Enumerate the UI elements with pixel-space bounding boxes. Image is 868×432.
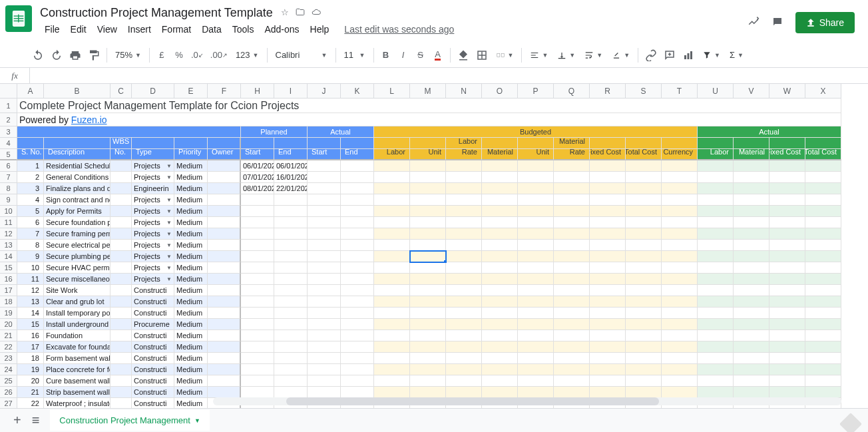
data-cell[interactable] bbox=[308, 319, 341, 330]
data-cell[interactable] bbox=[341, 330, 374, 341]
data-cell[interactable] bbox=[241, 217, 274, 228]
column-header-label[interactable]: End bbox=[274, 149, 308, 160]
sheet-title[interactable]: Complete Project Management Template for… bbox=[17, 99, 841, 113]
data-cell[interactable] bbox=[698, 341, 734, 353]
data-cell[interactable] bbox=[208, 206, 241, 217]
data-cell[interactable] bbox=[518, 341, 554, 353]
column-header-label[interactable]: End bbox=[341, 149, 374, 160]
last-edit-link[interactable]: Last edit was seconds ago bbox=[344, 24, 454, 35]
data-cell[interactable]: Constructi▼ bbox=[132, 353, 174, 364]
data-cell[interactable] bbox=[554, 308, 590, 319]
data-cell[interactable] bbox=[698, 375, 734, 387]
data-cell[interactable]: 8 bbox=[17, 240, 44, 251]
data-cell[interactable] bbox=[590, 330, 626, 341]
column-header-upper[interactable] bbox=[698, 138, 734, 149]
column-header-label[interactable]: Fixed Cost bbox=[769, 149, 805, 160]
data-cell[interactable]: 13 bbox=[17, 296, 44, 308]
data-cell[interactable] bbox=[698, 296, 734, 308]
data-cell[interactable] bbox=[208, 262, 241, 274]
row-header[interactable]: 1 bbox=[0, 99, 17, 113]
data-cell[interactable] bbox=[554, 274, 590, 285]
data-cell[interactable] bbox=[518, 183, 554, 194]
text-color-icon[interactable]: A bbox=[430, 47, 446, 63]
data-cell[interactable] bbox=[554, 160, 590, 172]
document-title[interactable]: Construction Project Management Template bbox=[40, 6, 273, 20]
data-cell[interactable] bbox=[208, 341, 241, 353]
column-header-label[interactable]: Type bbox=[132, 149, 174, 160]
data-cell[interactable] bbox=[662, 251, 698, 262]
column-header[interactable]: P bbox=[518, 84, 554, 99]
group-header-planned[interactable]: Planned bbox=[241, 126, 308, 138]
data-cell[interactable]: Procureme▼ bbox=[132, 319, 174, 330]
data-cell[interactable] bbox=[446, 285, 482, 296]
data-cell[interactable] bbox=[734, 228, 769, 240]
data-cell[interactable]: Projects▼ bbox=[132, 262, 174, 274]
data-cell[interactable]: Secure foundation per bbox=[44, 217, 110, 228]
data-cell[interactable] bbox=[410, 228, 446, 240]
fill-color-icon[interactable] bbox=[455, 47, 472, 64]
data-cell[interactable] bbox=[241, 251, 274, 262]
data-cell[interactable] bbox=[734, 319, 769, 330]
data-cell[interactable] bbox=[518, 228, 554, 240]
data-cell[interactable] bbox=[308, 251, 341, 262]
data-cell[interactable] bbox=[482, 160, 518, 172]
row-header[interactable]: 26 bbox=[0, 387, 17, 398]
data-cell[interactable] bbox=[482, 251, 518, 262]
data-cell[interactable]: 11 bbox=[17, 274, 44, 285]
column-header-upper[interactable] bbox=[241, 138, 274, 149]
data-cell[interactable] bbox=[734, 194, 769, 206]
data-cell[interactable] bbox=[626, 375, 662, 387]
data-cell[interactable] bbox=[208, 387, 241, 398]
data-cell[interactable] bbox=[626, 262, 662, 274]
data-cell[interactable] bbox=[734, 308, 769, 319]
data-cell[interactable]: Constructi▼ bbox=[132, 330, 174, 341]
data-cell[interactable] bbox=[482, 330, 518, 341]
data-cell[interactable] bbox=[374, 206, 410, 217]
print-icon[interactable] bbox=[67, 47, 84, 64]
zoom-dropdown[interactable]: 75%▼ bbox=[111, 49, 145, 61]
data-cell[interactable] bbox=[734, 183, 769, 194]
row-header[interactable]: 20 bbox=[0, 319, 17, 330]
column-header-upper[interactable] bbox=[626, 138, 662, 149]
data-cell[interactable] bbox=[518, 194, 554, 206]
data-cell[interactable] bbox=[805, 206, 841, 217]
data-cell[interactable] bbox=[554, 262, 590, 274]
data-cell[interactable] bbox=[482, 308, 518, 319]
data-cell[interactable] bbox=[590, 341, 626, 353]
data-cell[interactable] bbox=[518, 206, 554, 217]
data-cell[interactable] bbox=[341, 217, 374, 228]
column-header-upper[interactable] bbox=[174, 138, 208, 149]
data-cell[interactable]: Medium▼ bbox=[174, 398, 208, 408]
italic-icon[interactable]: I bbox=[395, 47, 411, 63]
data-cell[interactable] bbox=[769, 217, 805, 228]
data-cell[interactable] bbox=[308, 172, 341, 183]
column-header-label[interactable]: Labor bbox=[698, 149, 734, 160]
column-header-upper[interactable] bbox=[590, 138, 626, 149]
data-cell[interactable] bbox=[341, 262, 374, 274]
h-align-dropdown[interactable]: ▼ bbox=[526, 49, 552, 61]
data-cell[interactable]: 7 bbox=[17, 228, 44, 240]
data-cell[interactable] bbox=[241, 330, 274, 341]
data-cell[interactable] bbox=[241, 353, 274, 364]
data-cell[interactable]: Strip basement wall fo bbox=[44, 387, 110, 398]
data-cell[interactable] bbox=[410, 319, 446, 330]
group-header-actual[interactable]: Actual bbox=[698, 126, 841, 138]
data-cell[interactable] bbox=[698, 262, 734, 274]
data-cell[interactable] bbox=[110, 296, 132, 308]
column-header-upper[interactable] bbox=[662, 138, 698, 149]
data-cell[interactable]: Projects▼ bbox=[132, 217, 174, 228]
data-cell[interactable] bbox=[410, 353, 446, 364]
data-cell[interactable] bbox=[341, 251, 374, 262]
data-cell[interactable] bbox=[374, 160, 410, 172]
data-cell[interactable] bbox=[374, 194, 410, 206]
data-cell[interactable] bbox=[805, 285, 841, 296]
data-cell[interactable] bbox=[274, 319, 308, 330]
data-cell[interactable]: 18 bbox=[17, 353, 44, 364]
data-cell[interactable] bbox=[341, 364, 374, 375]
data-cell[interactable] bbox=[662, 160, 698, 172]
group-header-actual-dates[interactable]: Actual bbox=[308, 126, 374, 138]
data-cell[interactable] bbox=[734, 364, 769, 375]
data-cell[interactable] bbox=[805, 183, 841, 194]
data-cell[interactable] bbox=[554, 183, 590, 194]
data-cell[interactable] bbox=[482, 206, 518, 217]
